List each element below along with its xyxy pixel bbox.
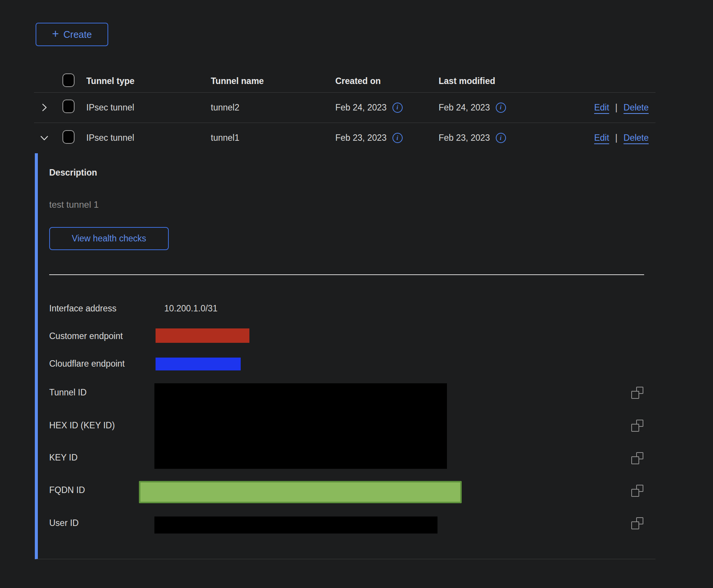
tunnel-name-cell: tunnel2 (211, 103, 335, 113)
copy-icon[interactable] (631, 420, 643, 432)
info-icon[interactable]: i (496, 133, 506, 143)
tunnel-id-label: Tunnel ID (49, 387, 87, 398)
chevron-right-icon[interactable] (39, 102, 50, 113)
plus-icon: + (52, 28, 59, 40)
last-modified-cell: Feb 24, 2023 (439, 103, 490, 113)
chevron-down-icon[interactable] (39, 133, 50, 143)
description-label: Description (49, 168, 97, 178)
table-row: IPsec tunnel tunnel2 Feb 24, 2023 i Feb … (34, 92, 655, 123)
row-checkbox[interactable] (62, 100, 75, 113)
copy-icon[interactable] (631, 485, 643, 497)
copy-icon[interactable] (631, 452, 643, 464)
customer-endpoint-label: Customer endpoint (49, 331, 123, 341)
section-divider (49, 274, 644, 275)
tunnel-ids-redacted-value (154, 383, 447, 469)
fqdn-id-redacted-value (139, 481, 462, 503)
fqdn-id-label: FQDN ID (49, 485, 85, 495)
header-tunnel-name: Tunnel name (211, 76, 335, 86)
header-tunnel-type: Tunnel type (86, 76, 211, 86)
create-button-label: Create (64, 29, 92, 40)
info-icon[interactable]: i (392, 103, 403, 113)
info-icon[interactable]: i (392, 133, 403, 143)
interface-address-value: 10.200.1.0/31 (164, 303, 218, 314)
user-id-redacted-value (154, 516, 437, 534)
copy-icon[interactable] (631, 517, 643, 529)
created-on-cell: Feb 24, 2023 (335, 103, 387, 113)
tunnel-name-cell: tunnel1 (211, 133, 335, 143)
edit-link[interactable]: Edit (594, 103, 609, 113)
tunnel-type-cell: IPsec tunnel (86, 103, 211, 113)
edit-link[interactable]: Edit (594, 133, 609, 143)
user-id-label: User ID (49, 518, 79, 528)
interface-address-label: Interface address (49, 303, 117, 314)
tunnels-page: + Create Tunnel type Tunnel name Created… (0, 0, 713, 588)
cloudflare-endpoint-redacted-value (156, 358, 241, 370)
header-last-modified: Last modified (439, 76, 545, 86)
last-modified-cell: Feb 23, 2023 (439, 133, 490, 143)
info-icon[interactable]: i (496, 103, 506, 113)
delete-link[interactable]: Delete (624, 133, 649, 143)
delete-link[interactable]: Delete (624, 103, 649, 113)
table-row: IPsec tunnel tunnel1 Feb 23, 2023 i Feb … (34, 123, 655, 153)
copy-icon[interactable] (631, 387, 643, 399)
view-health-checks-button[interactable]: View health checks (49, 227, 169, 250)
key-id-label: KEY ID (49, 453, 78, 463)
expanded-tunnel-panel: Description test tunnel 1 View health ch… (35, 153, 655, 559)
create-button[interactable]: + Create (36, 23, 108, 46)
tunnel-type-cell: IPsec tunnel (86, 133, 211, 143)
hex-id-label: HEX ID (KEY ID) (49, 420, 115, 431)
created-on-cell: Feb 23, 2023 (335, 133, 387, 143)
action-separator: | (615, 103, 618, 113)
customer-endpoint-redacted-value (156, 328, 249, 343)
header-created-on: Created on (335, 76, 439, 86)
table-header-row: Tunnel type Tunnel name Created on Last … (34, 70, 655, 93)
action-separator: | (615, 133, 618, 143)
select-all-checkbox[interactable] (62, 73, 75, 87)
cloudflare-endpoint-label: Cloudflare endpoint (49, 359, 125, 369)
row-checkbox[interactable] (62, 130, 75, 144)
description-value: test tunnel 1 (49, 199, 99, 210)
